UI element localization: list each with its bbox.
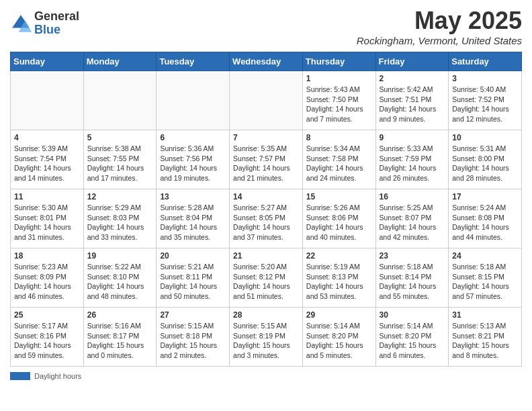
- day-info: Sunrise: 5:42 AM Sunset: 7:51 PM Dayligh…: [380, 85, 445, 124]
- day-number: 21: [233, 251, 299, 261]
- calendar-cell: 9Sunrise: 5:33 AM Sunset: 7:59 PM Daylig…: [375, 130, 449, 189]
- calendar-cell: 30Sunrise: 5:14 AM Sunset: 8:20 PM Dayli…: [375, 308, 449, 367]
- day-info: Sunrise: 5:33 AM Sunset: 7:59 PM Dayligh…: [380, 144, 445, 183]
- day-info: Sunrise: 5:25 AM Sunset: 8:07 PM Dayligh…: [380, 203, 445, 242]
- calendar-week-2: 4Sunrise: 5:39 AM Sunset: 7:54 PM Daylig…: [11, 130, 522, 189]
- day-info: Sunrise: 5:34 AM Sunset: 7:58 PM Dayligh…: [306, 144, 372, 183]
- day-number: 19: [87, 251, 153, 261]
- day-number: 3: [452, 74, 518, 83]
- calendar-cell: 27Sunrise: 5:15 AM Sunset: 8:18 PM Dayli…: [157, 308, 230, 367]
- day-number: 23: [380, 251, 445, 261]
- day-number: 17: [452, 192, 518, 201]
- calendar-cell: 16Sunrise: 5:25 AM Sunset: 8:07 PM Dayli…: [375, 189, 449, 248]
- day-info: Sunrise: 5:17 AM Sunset: 8:16 PM Dayligh…: [14, 321, 80, 361]
- day-number: 13: [160, 192, 226, 201]
- calendar-cell: 26Sunrise: 5:16 AM Sunset: 8:17 PM Dayli…: [83, 308, 157, 367]
- day-info: Sunrise: 5:26 AM Sunset: 8:06 PM Dayligh…: [306, 203, 372, 242]
- day-number: 27: [160, 310, 226, 320]
- logo-general-text: General: [34, 10, 79, 24]
- day-number: 24: [452, 251, 518, 261]
- day-info: Sunrise: 5:19 AM Sunset: 8:13 PM Dayligh…: [306, 262, 372, 302]
- calendar-cell: 31Sunrise: 5:13 AM Sunset: 8:21 PM Dayli…: [449, 308, 522, 367]
- calendar-cell: 13Sunrise: 5:28 AM Sunset: 8:04 PM Dayli…: [157, 189, 230, 248]
- day-info: Sunrise: 5:27 AM Sunset: 8:05 PM Dayligh…: [233, 203, 299, 242]
- day-info: Sunrise: 5:20 AM Sunset: 8:12 PM Dayligh…: [233, 262, 299, 302]
- calendar-cell: 15Sunrise: 5:26 AM Sunset: 8:06 PM Dayli…: [302, 189, 375, 248]
- calendar-header-sunday: Sunday: [11, 52, 84, 71]
- calendar-header-saturday: Saturday: [449, 52, 522, 71]
- calendar-cell: 29Sunrise: 5:14 AM Sunset: 8:20 PM Dayli…: [302, 308, 375, 367]
- logo: General Blue: [10, 10, 79, 37]
- calendar-cell: 6Sunrise: 5:36 AM Sunset: 7:56 PM Daylig…: [157, 130, 230, 189]
- calendar-header-thursday: Thursday: [302, 52, 375, 71]
- day-number: 16: [380, 192, 445, 201]
- calendar-header-row: SundayMondayTuesdayWednesdayThursdayFrid…: [11, 52, 522, 71]
- day-number: 18: [14, 251, 80, 261]
- day-info: Sunrise: 5:35 AM Sunset: 7:57 PM Dayligh…: [233, 144, 299, 183]
- calendar-header-monday: Monday: [83, 52, 157, 71]
- calendar-week-3: 11Sunrise: 5:30 AM Sunset: 8:01 PM Dayli…: [11, 189, 522, 248]
- day-info: Sunrise: 5:15 AM Sunset: 8:18 PM Dayligh…: [160, 321, 226, 361]
- day-number: 6: [160, 133, 226, 142]
- calendar-cell: 14Sunrise: 5:27 AM Sunset: 8:05 PM Dayli…: [230, 189, 303, 248]
- day-info: Sunrise: 5:14 AM Sunset: 8:20 PM Dayligh…: [380, 321, 445, 361]
- location-text: Rockingham, Vermont, United States: [357, 35, 522, 46]
- day-info: Sunrise: 5:16 AM Sunset: 8:17 PM Dayligh…: [87, 321, 153, 361]
- calendar-week-1: 1Sunrise: 5:43 AM Sunset: 7:50 PM Daylig…: [11, 71, 522, 130]
- day-number: 30: [380, 310, 445, 320]
- day-info: Sunrise: 5:31 AM Sunset: 8:00 PM Dayligh…: [452, 144, 518, 183]
- calendar-cell: 5Sunrise: 5:38 AM Sunset: 7:55 PM Daylig…: [83, 130, 157, 189]
- title-block: May 2025 Rockingham, Vermont, United Sta…: [357, 7, 522, 46]
- calendar-cell: [157, 71, 230, 130]
- day-info: Sunrise: 5:18 AM Sunset: 8:15 PM Dayligh…: [452, 262, 518, 302]
- calendar-cell: 10Sunrise: 5:31 AM Sunset: 8:00 PM Dayli…: [449, 130, 522, 189]
- footer: Daylight hours: [10, 372, 522, 380]
- calendar-cell: [83, 71, 157, 130]
- calendar-cell: 20Sunrise: 5:21 AM Sunset: 8:11 PM Dayli…: [157, 248, 230, 308]
- calendar-cell: 1Sunrise: 5:43 AM Sunset: 7:50 PM Daylig…: [302, 71, 375, 130]
- day-info: Sunrise: 5:28 AM Sunset: 8:04 PM Dayligh…: [160, 203, 226, 242]
- day-info: Sunrise: 5:18 AM Sunset: 8:14 PM Dayligh…: [380, 262, 445, 302]
- calendar-cell: 7Sunrise: 5:35 AM Sunset: 7:57 PM Daylig…: [230, 130, 303, 189]
- calendar-cell: 23Sunrise: 5:18 AM Sunset: 8:14 PM Dayli…: [375, 248, 449, 308]
- day-number: 2: [380, 74, 445, 83]
- day-info: Sunrise: 5:30 AM Sunset: 8:01 PM Dayligh…: [14, 203, 80, 242]
- day-info: Sunrise: 5:43 AM Sunset: 7:50 PM Dayligh…: [306, 85, 372, 124]
- day-number: 7: [233, 133, 299, 142]
- day-info: Sunrise: 5:13 AM Sunset: 8:21 PM Dayligh…: [452, 321, 518, 361]
- day-number: 31: [452, 310, 518, 320]
- calendar-cell: [230, 71, 303, 130]
- calendar-cell: 18Sunrise: 5:23 AM Sunset: 8:09 PM Dayli…: [11, 248, 84, 308]
- page-header: General Blue May 2025 Rockingham, Vermon…: [10, 7, 522, 46]
- daylight-swatch: [10, 372, 30, 380]
- calendar-cell: 22Sunrise: 5:19 AM Sunset: 8:13 PM Dayli…: [302, 248, 375, 308]
- calendar-table: SundayMondayTuesdayWednesdayThursdayFrid…: [10, 52, 522, 367]
- day-number: 14: [233, 192, 299, 201]
- calendar-header-friday: Friday: [375, 52, 449, 71]
- day-number: 15: [306, 192, 372, 201]
- day-number: 12: [87, 192, 153, 201]
- day-number: 4: [14, 133, 80, 142]
- day-number: 8: [306, 133, 372, 142]
- day-info: Sunrise: 5:36 AM Sunset: 7:56 PM Dayligh…: [160, 144, 226, 183]
- calendar-cell: 21Sunrise: 5:20 AM Sunset: 8:12 PM Dayli…: [230, 248, 303, 308]
- day-number: 29: [306, 310, 372, 320]
- calendar-cell: 17Sunrise: 5:24 AM Sunset: 8:08 PM Dayli…: [449, 189, 522, 248]
- day-info: Sunrise: 5:38 AM Sunset: 7:55 PM Dayligh…: [87, 144, 153, 183]
- calendar-header-tuesday: Tuesday: [157, 52, 230, 71]
- day-info: Sunrise: 5:24 AM Sunset: 8:08 PM Dayligh…: [452, 203, 518, 242]
- day-number: 26: [87, 310, 153, 320]
- logo-icon: [10, 13, 32, 34]
- calendar-cell: [11, 71, 84, 130]
- day-info: Sunrise: 5:22 AM Sunset: 8:10 PM Dayligh…: [87, 262, 153, 302]
- calendar-week-4: 18Sunrise: 5:23 AM Sunset: 8:09 PM Dayli…: [11, 248, 522, 308]
- day-info: Sunrise: 5:14 AM Sunset: 8:20 PM Dayligh…: [306, 321, 372, 361]
- day-number: 11: [14, 192, 80, 201]
- calendar-cell: 24Sunrise: 5:18 AM Sunset: 8:15 PM Dayli…: [449, 248, 522, 308]
- calendar-cell: 3Sunrise: 5:40 AM Sunset: 7:52 PM Daylig…: [449, 71, 522, 130]
- daylight-label: Daylight hours: [34, 372, 81, 380]
- day-number: 1: [306, 74, 372, 83]
- calendar-cell: 8Sunrise: 5:34 AM Sunset: 7:58 PM Daylig…: [302, 130, 375, 189]
- calendar-cell: 11Sunrise: 5:30 AM Sunset: 8:01 PM Dayli…: [11, 189, 84, 248]
- logo-blue-text: Blue: [34, 24, 79, 37]
